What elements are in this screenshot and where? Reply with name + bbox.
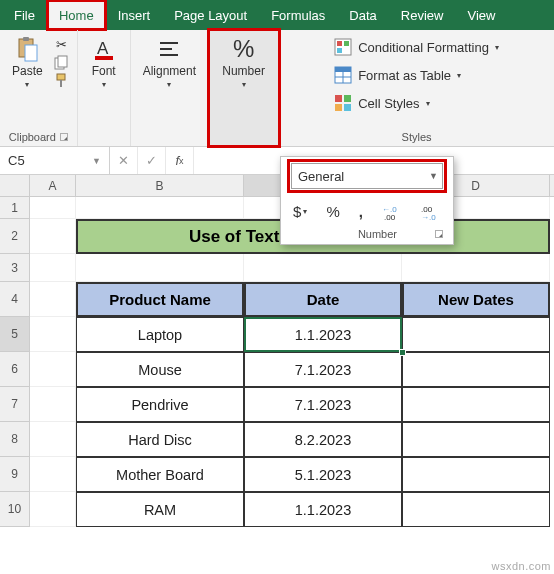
group-number: % Number ▾ xyxy=(209,30,279,146)
font-button[interactable]: A Font ▾ xyxy=(84,32,124,93)
row-header[interactable]: 4 xyxy=(0,282,30,317)
header-new-dates[interactable]: New Dates xyxy=(402,282,550,317)
tab-review[interactable]: Review xyxy=(389,0,456,30)
comma-button[interactable]: , xyxy=(359,203,363,220)
fill-handle[interactable] xyxy=(399,349,406,356)
dialog-launcher-icon[interactable] xyxy=(60,133,68,141)
decrease-decimal-button[interactable]: .00→.0 xyxy=(421,204,441,220)
table-cell[interactable]: Mouse xyxy=(76,352,244,387)
chevron-down-icon: ▾ xyxy=(457,71,461,80)
alignment-label: Alignment xyxy=(143,64,196,78)
row-header[interactable]: 2 xyxy=(0,219,30,254)
table-cell[interactable]: Hard Disc xyxy=(76,422,244,457)
col-header-b[interactable]: B xyxy=(76,175,244,196)
chevron-down-icon: ▾ xyxy=(25,80,29,89)
row-header[interactable]: 5 xyxy=(0,317,30,352)
col-header-a[interactable]: A xyxy=(30,175,76,196)
header-product[interactable]: Product Name xyxy=(76,282,244,317)
number-button[interactable]: % Number ▾ xyxy=(216,32,271,93)
watermark: wsxdn.com xyxy=(491,560,551,572)
percent-button[interactable]: % xyxy=(326,203,339,220)
table-cell[interactable]: 1.1.2023 xyxy=(244,317,402,352)
dollar-icon: $ xyxy=(293,203,301,220)
tab-insert[interactable]: Insert xyxy=(106,0,163,30)
percent-icon: % xyxy=(326,203,339,220)
row-header[interactable]: 8 xyxy=(0,422,30,457)
number-format-combo[interactable]: General ▼ xyxy=(291,163,443,189)
select-all[interactable] xyxy=(0,175,30,196)
svg-rect-22 xyxy=(335,104,342,111)
header-date[interactable]: Date xyxy=(244,282,402,317)
tab-bar: File Home Insert Page Layout Formulas Da… xyxy=(0,0,554,30)
tab-view[interactable]: View xyxy=(455,0,507,30)
svg-rect-5 xyxy=(57,74,65,80)
column-headers: A B C D xyxy=(0,175,554,197)
chevron-down-icon: ▾ xyxy=(242,80,246,89)
chevron-down-icon: ▾ xyxy=(426,99,430,108)
alignment-button[interactable]: Alignment ▾ xyxy=(137,32,202,93)
row-header[interactable]: 1 xyxy=(0,197,30,219)
paste-button[interactable]: Paste ▾ xyxy=(6,32,49,93)
svg-rect-15 xyxy=(337,48,342,53)
dialog-launcher-icon[interactable] xyxy=(435,230,443,238)
table-cell[interactable] xyxy=(402,352,550,387)
svg-rect-20 xyxy=(335,95,342,102)
row-header[interactable]: 9 xyxy=(0,457,30,492)
svg-rect-1 xyxy=(23,37,29,41)
tab-page-layout[interactable]: Page Layout xyxy=(162,0,259,30)
formula-bar: C5▼ ✕ ✓ fx xyxy=(0,147,554,175)
svg-text:→.0: →.0 xyxy=(421,213,436,220)
tab-file[interactable]: File xyxy=(2,0,47,30)
popup-label: Number xyxy=(358,228,397,240)
copy-icon[interactable] xyxy=(53,54,71,70)
table-cell[interactable] xyxy=(402,317,550,352)
table-cell[interactable]: Laptop xyxy=(76,317,244,352)
chevron-down-icon: ▼ xyxy=(429,171,438,181)
row-header[interactable]: 3 xyxy=(0,254,30,282)
cell-styles-icon xyxy=(334,94,352,112)
row-header[interactable]: 6 xyxy=(0,352,30,387)
svg-text:A: A xyxy=(97,39,109,58)
conditional-formatting-button[interactable]: Conditional Formatting▾ xyxy=(334,36,499,58)
table-cell[interactable]: 1.1.2023 xyxy=(244,492,402,527)
chevron-down-icon: ▾ xyxy=(495,43,499,52)
svg-rect-23 xyxy=(344,104,351,111)
table-cell[interactable]: 7.1.2023 xyxy=(244,352,402,387)
table-cell[interactable]: 8.2.2023 xyxy=(244,422,402,457)
cancel-icon[interactable]: ✕ xyxy=(110,147,138,174)
svg-text:.00: .00 xyxy=(384,213,396,220)
table-cell[interactable]: RAM xyxy=(76,492,244,527)
row-header[interactable]: 10 xyxy=(0,492,30,527)
table-cell[interactable]: 7.1.2023 xyxy=(244,387,402,422)
table-cell[interactable]: Mother Board xyxy=(76,457,244,492)
format-as-table-button[interactable]: Format as Table▾ xyxy=(334,64,461,86)
table-cell[interactable] xyxy=(402,492,550,527)
increase-decimal-icon: ←.0.00 xyxy=(382,204,402,220)
table-cell[interactable]: Pendrive xyxy=(76,387,244,422)
svg-rect-6 xyxy=(60,80,62,87)
fx-icon[interactable]: fx xyxy=(166,147,194,174)
format-painter-icon[interactable] xyxy=(53,72,71,88)
enter-icon[interactable]: ✓ xyxy=(138,147,166,174)
tab-home[interactable]: Home xyxy=(47,0,106,30)
cs-label: Cell Styles xyxy=(358,96,419,111)
svg-rect-8 xyxy=(95,56,113,60)
increase-decimal-button[interactable]: ←.0.00 xyxy=(382,204,402,220)
svg-rect-21 xyxy=(344,95,351,102)
table-cell[interactable] xyxy=(402,457,550,492)
table-cell[interactable]: 5.1.2023 xyxy=(244,457,402,492)
conditional-formatting-icon xyxy=(334,38,352,56)
row-header[interactable]: 7 xyxy=(0,387,30,422)
number-label: Number xyxy=(222,64,265,78)
cf-label: Conditional Formatting xyxy=(358,40,489,55)
currency-button[interactable]: $ ▾ xyxy=(293,203,307,220)
table-cell[interactable] xyxy=(402,422,550,457)
table-cell[interactable] xyxy=(402,387,550,422)
cut-icon[interactable]: ✂ xyxy=(53,36,71,52)
number-format-popup: General ▼ $ ▾ % , ←.0.00 .00→.0 Number xyxy=(280,156,454,245)
tab-data[interactable]: Data xyxy=(337,0,388,30)
clipboard-mini: ✂ xyxy=(53,32,71,88)
name-box[interactable]: C5▼ xyxy=(0,147,110,174)
tab-formulas[interactable]: Formulas xyxy=(259,0,337,30)
cell-styles-button[interactable]: Cell Styles▾ xyxy=(334,92,429,114)
